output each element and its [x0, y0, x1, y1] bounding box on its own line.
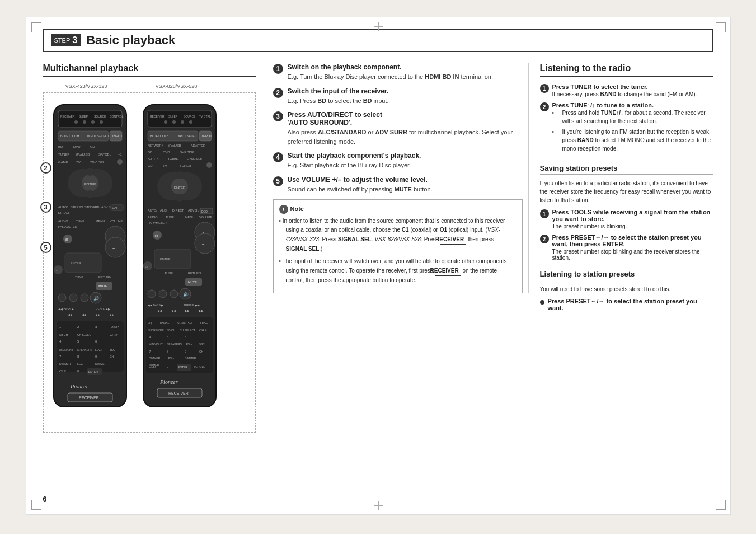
svg-text:◀◀ BASS ▶: ◀◀ BASS ▶: [148, 303, 163, 307]
svg-text:⌂: ⌂: [145, 265, 148, 268]
svg-text:▶▶: ▶▶: [185, 309, 190, 312]
corner-tl: [31, 22, 41, 32]
note-icon: i: [279, 205, 288, 214]
right-section: Listening to the radio 1 Press TUNER to …: [540, 63, 713, 320]
step-1-heading: Switch on the playback component.: [288, 63, 523, 71]
saving-step-2-heading: Press PRESET←/→ to select the station pr…: [552, 234, 713, 247]
step-4-content: Start the playback component's playback.…: [288, 152, 523, 170]
listening-preset-step: Press PRESET←/→ to select the station pr…: [540, 298, 713, 311]
radio-bullet-2-text: If you're listening to an FM station but…: [562, 128, 713, 153]
svg-point-7: [83, 120, 86, 124]
svg-text:AUDIO: AUDIO: [148, 216, 158, 219]
multichannel-title: Multichannel playback: [43, 63, 256, 77]
step-3-desc: Also press ALC/STANDARD or ADV SURR for …: [288, 128, 523, 146]
svg-text:ADAPTER: ADAPTER: [191, 144, 205, 147]
svg-text:RECEIVER: RECEIVER: [79, 396, 99, 400]
radio-step-2: 2 Press TUNE↑/↓ to tune to a station. • …: [540, 102, 713, 155]
svg-text:INPUT: INPUT: [202, 134, 212, 138]
svg-text:iPodUSB: iPodUSB: [168, 144, 181, 147]
svg-text:RECEIVER: RECEIVER: [168, 391, 189, 395]
svg-point-47: [105, 237, 125, 257]
remote-left-svg: RECEIVER SLEEP SOURCE CONTROL BLUETOOTH: [48, 102, 132, 427]
step-1-desc: E.g. Turn the Blu-ray Disc player connec…: [288, 72, 523, 82]
note-bullet-2: • The input of the receiver will switch …: [279, 257, 516, 285]
svg-text:TREBLE ▶▶: TREBLE ▶▶: [94, 307, 110, 311]
svg-text:LEV.+: LEV.+: [185, 343, 192, 346]
svg-text:TUNER: TUNER: [180, 164, 191, 167]
svg-text:DISP: DISP: [111, 325, 119, 329]
radio-step-1-num: 1: [540, 84, 549, 93]
svg-text:STEREO: STEREO: [71, 205, 83, 209]
svg-text:TUNE: TUNE: [76, 219, 84, 223]
svg-text:PARAMETER: PARAMETER: [148, 221, 167, 224]
svg-text:DIMMER: DIMMER: [149, 357, 161, 360]
svg-text:⌂: ⌂: [56, 269, 58, 272]
svg-point-61: [81, 294, 88, 302]
saving-step-1-content: Press TOOLS while receiving a signal fro…: [552, 209, 713, 229]
svg-text:LEV.−: LEV.−: [167, 357, 174, 360]
svg-point-30: [86, 168, 94, 176]
svg-text:DVD: DVD: [163, 151, 170, 154]
remote-left: RECEIVER SLEEP SOURCE CONTROL BLUETOOTH: [48, 102, 132, 428]
corner-bl: [31, 500, 41, 510]
svg-point-29: [100, 179, 108, 187]
step-1: 1 Switch on the playback component. E.g.…: [273, 63, 523, 82]
svg-point-131: [176, 171, 184, 179]
svg-text:SLEEP: SLEEP: [79, 115, 88, 118]
svg-text:PHASE: PHASE: [160, 321, 170, 325]
svg-text:CH−: CH−: [199, 350, 205, 353]
svg-point-161: [170, 290, 178, 298]
svg-text:🔊: 🔊: [93, 296, 99, 301]
svg-text:TUNER: TUNER: [58, 153, 70, 156]
step-3-heading: Press AUTO/DIRECT to select'AUTO SURROUN…: [288, 111, 523, 127]
svg-text:CH.#: CH.#: [110, 333, 118, 336]
svg-point-108: [189, 120, 192, 124]
svg-text:◀◀ BASS ▶: ◀◀ BASS ▶: [58, 307, 74, 311]
svg-point-129: [162, 182, 170, 190]
svg-point-31: [86, 190, 94, 198]
svg-text:GAME: GAME: [168, 157, 179, 161]
crosshair-bottom: [374, 501, 383, 510]
page-number: 6: [43, 495, 47, 503]
svg-text:MUTE: MUTE: [98, 284, 107, 288]
radio-step-1-desc: If necessary, press BAND to change the b…: [552, 91, 697, 97]
svg-text:CONTROL: CONTROL: [110, 115, 124, 118]
step-2: 2 Switch the input of the receiver. E.g.…: [273, 87, 523, 106]
svg-text:SCROLL: SCROLL: [194, 365, 205, 368]
crosshair-top: [374, 22, 383, 31]
svg-text:▶▶: ▶▶: [110, 313, 114, 316]
step-5-desc: Sound can be switched off by pressing MU…: [288, 185, 523, 194]
note-title: i Note: [279, 204, 516, 214]
svg-point-8: [91, 120, 95, 124]
svg-point-126: [206, 162, 212, 168]
remotes-container: RECEIVER SLEEP SOURCE CONTROL BLUETOOTH: [48, 102, 251, 428]
middle-section: 1 Switch on the playback component. E.g.…: [267, 63, 529, 293]
svg-point-147: [195, 233, 215, 254]
svg-text:DIMMER: DIMMER: [95, 362, 107, 366]
svg-text:SPEAKERS: SPEAKERS: [167, 343, 182, 346]
svg-text:TUNE: TUNE: [166, 216, 174, 219]
step-1-num: 1: [273, 64, 283, 74]
svg-text:CD: CD: [148, 164, 153, 167]
saving-step-1-heading: Press TOOLS while receiving a signal fro…: [552, 209, 713, 222]
step-5: 5 Use VOLUME +/– to adjust the volume le…: [273, 176, 523, 194]
radio-bullet-2: • If you're listening to an FM station b…: [552, 128, 713, 153]
svg-text:SATCBL: SATCBL: [98, 153, 112, 156]
radio-section: Listening to the radio 1 Press TUNER to …: [540, 63, 713, 155]
svg-point-53: [54, 265, 63, 274]
svg-text:CLR: CLR: [59, 369, 67, 373]
svg-point-6: [74, 120, 78, 124]
svg-text:INPUT SELECT: INPUT SELECT: [177, 134, 199, 138]
svg-text:RECEIVER: RECEIVER: [150, 115, 165, 118]
svg-point-132: [176, 194, 184, 202]
svg-point-9: [100, 120, 103, 124]
radio-bullet-1: • Press and hold TUNE↑/↓ for about a sec…: [552, 109, 713, 125]
svg-text:CH−: CH−: [110, 355, 115, 358]
svg-point-25: [117, 159, 123, 165]
svg-text:−: −: [202, 242, 205, 247]
saving-step-1: 1 Press TOOLS while receiving a signal f…: [540, 209, 713, 229]
main-layout: Multichannel playback VSX-423/VSX-323 VS…: [43, 63, 713, 438]
radio-step-1-heading: Press TUNER to select the tuner.: [552, 83, 697, 90]
svg-rect-100: [148, 110, 212, 127]
svg-text:SIGNAL SEL.: SIGNAL SEL.: [177, 321, 194, 325]
